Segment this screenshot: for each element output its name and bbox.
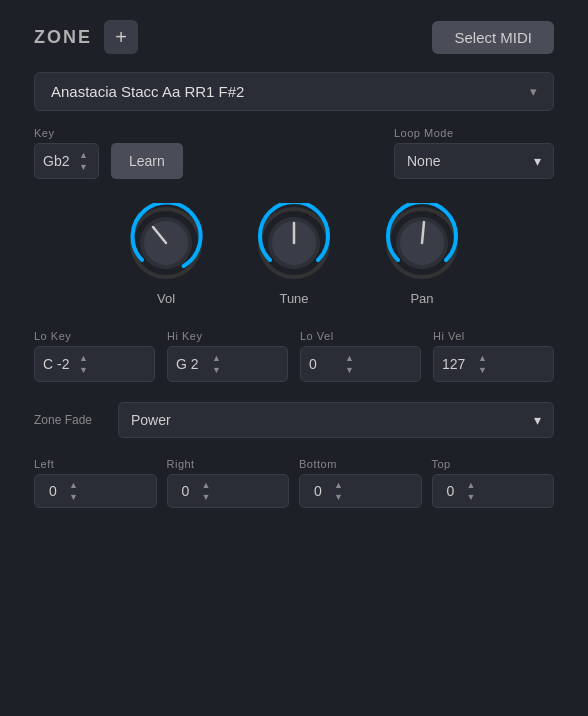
tune-knob[interactable] xyxy=(254,203,334,283)
hi-vel-value: 127 xyxy=(442,356,470,372)
zone-fade-value: Power xyxy=(131,412,171,428)
lo-vel-group: Lo Vel 0 ▲ ▼ xyxy=(300,330,421,382)
hi-vel-spinner[interactable]: 127 ▲ ▼ xyxy=(433,346,554,382)
lo-key-label: Lo Key xyxy=(34,330,155,342)
add-zone-button[interactable]: + xyxy=(104,20,138,54)
pan-knob[interactable] xyxy=(382,203,462,283)
hi-key-down[interactable]: ▼ xyxy=(210,365,223,376)
top-value: 0 xyxy=(441,483,461,499)
lo-key-group: Lo Key C -2 ▲ ▼ xyxy=(34,330,155,382)
header-row: ZONE + Select MIDI xyxy=(34,20,554,54)
hi-key-value: G 2 xyxy=(176,356,204,372)
bottom-spinner[interactable]: 0 ▲ ▼ xyxy=(299,474,422,508)
lo-vel-down[interactable]: ▼ xyxy=(343,365,356,376)
top-up[interactable]: ▲ xyxy=(465,480,478,491)
vol-knob[interactable] xyxy=(126,203,206,283)
learn-button[interactable]: Learn xyxy=(111,143,183,179)
top-arrows: ▲ ▼ xyxy=(465,480,478,503)
key-loop-row: Key Gb2 ▲ ▼ Learn Loop Mode None ▾ xyxy=(34,127,554,179)
top-group: Top 0 ▲ ▼ xyxy=(432,458,555,508)
key-value: Gb2 xyxy=(43,153,71,169)
right-label: Right xyxy=(167,458,290,470)
left-spinner[interactable]: 0 ▲ ▼ xyxy=(34,474,157,508)
lo-key-arrows: ▲ ▼ xyxy=(77,353,90,376)
left-group: Left 0 ▲ ▼ xyxy=(34,458,157,508)
right-up[interactable]: ▲ xyxy=(200,480,213,491)
lo-vel-value: 0 xyxy=(309,356,337,372)
hi-key-label: Hi Key xyxy=(167,330,288,342)
key-down-arrow[interactable]: ▼ xyxy=(77,162,90,173)
lo-key-down[interactable]: ▼ xyxy=(77,365,90,376)
lo-vel-arrows: ▲ ▼ xyxy=(343,353,356,376)
tune-knob-label: Tune xyxy=(279,291,308,306)
pan-knob-group: Pan xyxy=(382,203,462,306)
bottom-group: Bottom 0 ▲ ▼ xyxy=(299,458,422,508)
loop-mode-chevron-icon: ▾ xyxy=(534,153,541,169)
keyvel-row: Lo Key C -2 ▲ ▼ Hi Key G 2 ▲ ▼ Lo Vel xyxy=(34,330,554,382)
lo-key-up[interactable]: ▲ xyxy=(77,353,90,364)
vol-knob-group: Vol xyxy=(126,203,206,306)
zone-label: ZONE xyxy=(34,27,92,48)
key-spinner[interactable]: Gb2 ▲ ▼ xyxy=(34,143,99,179)
hi-vel-group: Hi Vel 127 ▲ ▼ xyxy=(433,330,554,382)
select-midi-button[interactable]: Select MIDI xyxy=(432,21,554,54)
hi-vel-up[interactable]: ▲ xyxy=(476,353,489,364)
lo-vel-up[interactable]: ▲ xyxy=(343,353,356,364)
hi-key-group: Hi Key G 2 ▲ ▼ xyxy=(167,330,288,382)
right-down[interactable]: ▼ xyxy=(200,492,213,503)
instrument-dropdown-row: Anastacia Stacc Aa RR1 F#2 ▾ xyxy=(34,72,554,111)
left-label: Left xyxy=(34,458,157,470)
instrument-dropdown[interactable]: Anastacia Stacc Aa RR1 F#2 ▾ xyxy=(34,72,554,111)
zone-fade-chevron-icon: ▾ xyxy=(534,412,541,428)
top-label: Top xyxy=(432,458,555,470)
key-up-arrow[interactable]: ▲ xyxy=(77,150,90,161)
bottom-value: 0 xyxy=(308,483,328,499)
bottom-arrows: ▲ ▼ xyxy=(332,480,345,503)
right-value: 0 xyxy=(176,483,196,499)
left-value: 0 xyxy=(43,483,63,499)
right-group: Right 0 ▲ ▼ xyxy=(167,458,290,508)
zone-fade-row: Zone Fade Power ▾ xyxy=(34,402,554,438)
zone-left: ZONE + xyxy=(34,20,138,54)
bottom-down[interactable]: ▼ xyxy=(332,492,345,503)
zone-fade-label: Zone Fade xyxy=(34,413,106,427)
key-field-group: Key Gb2 ▲ ▼ xyxy=(34,127,99,179)
loop-mode-value: None xyxy=(407,153,440,169)
lo-key-value: C -2 xyxy=(43,356,71,372)
left-down[interactable]: ▼ xyxy=(67,492,80,503)
instrument-dropdown-chevron-icon: ▾ xyxy=(530,84,537,99)
key-label: Key xyxy=(34,127,99,139)
hi-key-up[interactable]: ▲ xyxy=(210,353,223,364)
bottom-label: Bottom xyxy=(299,458,422,470)
hi-vel-arrows: ▲ ▼ xyxy=(476,353,489,376)
knobs-row: Vol Tune xyxy=(34,203,554,306)
loop-mode-label: Loop Mode xyxy=(394,127,554,139)
right-spinner[interactable]: 0 ▲ ▼ xyxy=(167,474,290,508)
hi-vel-label: Hi Vel xyxy=(433,330,554,342)
hi-key-spinner[interactable]: G 2 ▲ ▼ xyxy=(167,346,288,382)
tune-knob-group: Tune xyxy=(254,203,334,306)
lo-vel-label: Lo Vel xyxy=(300,330,421,342)
hi-vel-down[interactable]: ▼ xyxy=(476,365,489,376)
left-arrows: ▲ ▼ xyxy=(67,480,80,503)
lrbt-row: Left 0 ▲ ▼ Right 0 ▲ ▼ Bottom xyxy=(34,458,554,508)
top-spinner[interactable]: 0 ▲ ▼ xyxy=(432,474,555,508)
instrument-dropdown-value: Anastacia Stacc Aa RR1 F#2 xyxy=(51,83,244,100)
vol-knob-label: Vol xyxy=(157,291,175,306)
bottom-up[interactable]: ▲ xyxy=(332,480,345,491)
hi-key-arrows: ▲ ▼ xyxy=(210,353,223,376)
loop-mode-group: Loop Mode None ▾ xyxy=(394,127,554,179)
lo-vel-spinner[interactable]: 0 ▲ ▼ xyxy=(300,346,421,382)
key-arrows: ▲ ▼ xyxy=(77,150,90,173)
lo-key-spinner[interactable]: C -2 ▲ ▼ xyxy=(34,346,155,382)
right-arrows: ▲ ▼ xyxy=(200,480,213,503)
pan-knob-label: Pan xyxy=(410,291,433,306)
loop-mode-dropdown[interactable]: None ▾ xyxy=(394,143,554,179)
top-down[interactable]: ▼ xyxy=(465,492,478,503)
left-up[interactable]: ▲ xyxy=(67,480,80,491)
zone-fade-dropdown[interactable]: Power ▾ xyxy=(118,402,554,438)
